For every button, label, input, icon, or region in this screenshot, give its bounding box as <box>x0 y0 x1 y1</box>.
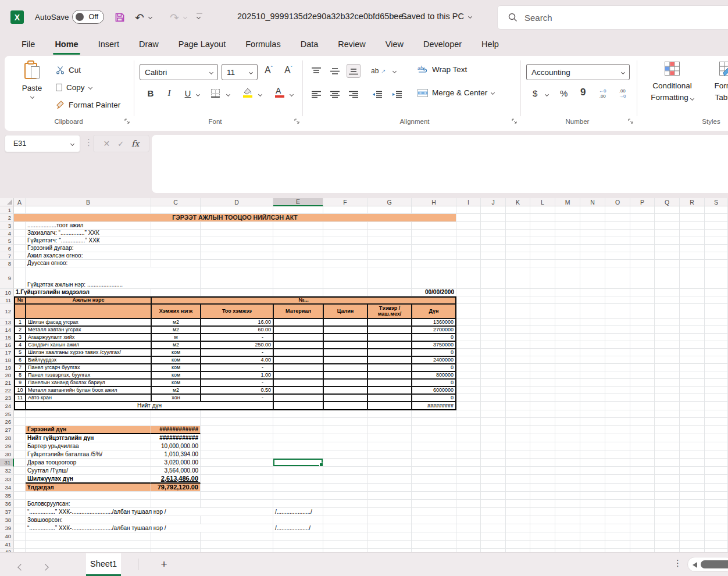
cell-B24[interactable]: Нийт дүн <box>26 402 273 410</box>
cell-M40[interactable] <box>555 532 580 541</box>
cell-C21[interactable]: ком <box>151 379 201 387</box>
cell-P37[interactable] <box>630 508 655 516</box>
cell-E23[interactable] <box>273 394 323 402</box>
cell-B25[interactable] <box>26 410 151 418</box>
cell-F16[interactable] <box>323 341 367 349</box>
cell-R1[interactable] <box>680 206 705 214</box>
cell-F32[interactable] <box>323 467 367 475</box>
cell-K17[interactable] <box>506 349 530 356</box>
cell-D9[interactable] <box>201 267 273 289</box>
cell-Q29[interactable] <box>655 442 680 450</box>
cell-S30[interactable] <box>705 450 728 459</box>
cell-R13[interactable] <box>680 319 705 326</box>
row-header-39[interactable]: 39 <box>0 524 14 532</box>
cell-K24[interactable] <box>506 402 530 410</box>
cell-K19[interactable] <box>506 364 530 371</box>
cell-H5[interactable] <box>412 237 456 245</box>
cell-K32[interactable] <box>506 467 530 475</box>
row-header-37[interactable]: 37 <box>0 508 14 516</box>
cell-P33[interactable] <box>630 475 655 484</box>
cell-O2[interactable] <box>605 214 630 222</box>
cell-I28[interactable] <box>456 434 481 442</box>
cell-S28[interactable] <box>705 434 728 442</box>
cell-B29[interactable]: Бартер урьдчилгаа <box>26 442 151 450</box>
formula-input[interactable] <box>152 135 728 193</box>
cell-N14[interactable] <box>580 326 605 334</box>
cell-R20[interactable] <box>680 371 705 379</box>
cell-A11[interactable]: № <box>14 296 26 304</box>
middle-align-button[interactable] <box>328 64 342 78</box>
cell-A17[interactable]: 5 <box>14 349 26 356</box>
cell-E9[interactable] <box>273 267 323 289</box>
cell-R26[interactable] <box>680 418 705 426</box>
cell-L6[interactable] <box>530 245 555 252</box>
cell-M18[interactable] <box>555 356 580 364</box>
cell-C5[interactable] <box>151 237 201 245</box>
cell-K22[interactable] <box>506 387 530 394</box>
underline-dropdown-icon[interactable] <box>196 92 200 96</box>
cell-Q14[interactable] <box>655 326 680 334</box>
cell-L4[interactable] <box>530 230 555 237</box>
cell-G12[interactable]: Тээвэр /маш.мех/ <box>367 304 412 319</box>
cell-D13[interactable]: 16.00 <box>201 319 273 326</box>
cell-Q18[interactable] <box>655 356 680 364</box>
cell-S7[interactable] <box>705 252 728 260</box>
cell-C25[interactable] <box>151 410 201 418</box>
cell-K41[interactable] <box>506 541 530 549</box>
cell-A7[interactable] <box>14 252 26 260</box>
cell-G6[interactable] <box>367 245 412 252</box>
cell-F20[interactable] <box>323 371 367 379</box>
cell-R3[interactable] <box>680 222 705 230</box>
row-header-25[interactable]: 25 <box>0 410 14 418</box>
cell-I9[interactable] <box>456 267 481 289</box>
cell-G28[interactable] <box>367 434 412 442</box>
cell-S12[interactable] <box>705 304 728 319</box>
cell-L3[interactable] <box>530 222 555 230</box>
cell-D7[interactable] <box>201 252 273 260</box>
cell-N33[interactable] <box>580 475 605 484</box>
cell-J12[interactable] <box>481 304 506 319</box>
row-header-17[interactable]: 17 <box>0 349 14 356</box>
cell-O24[interactable] <box>605 402 630 410</box>
cell-I23[interactable] <box>456 394 481 402</box>
cell-L26[interactable] <box>530 418 555 426</box>
format-as-table-button[interactable]: FormatTable <box>704 60 728 103</box>
cell-S17[interactable] <box>705 349 728 356</box>
cell-R9[interactable] <box>680 267 705 289</box>
cell-L29[interactable] <box>530 442 555 450</box>
row-header-33[interactable]: 33 <box>0 475 14 484</box>
cell-J22[interactable] <box>481 387 506 394</box>
cell-K21[interactable] <box>506 379 530 387</box>
cell-O1[interactable] <box>605 206 630 214</box>
cell-P38[interactable] <box>630 516 655 524</box>
cell-B37[interactable]: “................” ХХК-.................… <box>26 508 273 516</box>
cell-I25[interactable] <box>456 410 481 418</box>
cell-A15[interactable]: 3 <box>14 334 26 341</box>
cell-H16[interactable]: 3750000 <box>412 341 456 349</box>
cell-G5[interactable] <box>367 237 412 245</box>
cell-A41[interactable] <box>14 541 26 549</box>
cell-O21[interactable] <box>605 379 630 387</box>
cell-O23[interactable] <box>605 394 630 402</box>
cell-Q3[interactable] <box>655 222 680 230</box>
cell-K15[interactable] <box>506 334 530 341</box>
cell-A5[interactable] <box>14 237 26 245</box>
cell-L31[interactable] <box>530 459 555 467</box>
cell-R8[interactable] <box>680 260 705 267</box>
cell-O16[interactable] <box>605 341 630 349</box>
cell-C12[interactable]: Хэмжих нэгж <box>151 304 201 319</box>
cell-J7[interactable] <box>481 252 506 260</box>
cell-N15[interactable] <box>580 334 605 341</box>
cell-I1[interactable] <box>456 206 481 214</box>
cell-P2[interactable] <box>630 214 655 222</box>
cell-I13[interactable] <box>456 319 481 326</box>
cell-R4[interactable] <box>680 230 705 237</box>
cell-K18[interactable] <box>506 356 530 364</box>
cell-S5[interactable] <box>705 237 728 245</box>
currency-dropdown-icon[interactable] <box>545 92 549 96</box>
cell-F15[interactable] <box>323 334 367 341</box>
cell-B11[interactable]: Ажлын нэрс <box>26 296 151 304</box>
increase-decimal-button[interactable]: ←0.00 <box>599 89 606 99</box>
row-header-38[interactable]: 38 <box>0 516 14 524</box>
cell-G21[interactable] <box>367 379 412 387</box>
